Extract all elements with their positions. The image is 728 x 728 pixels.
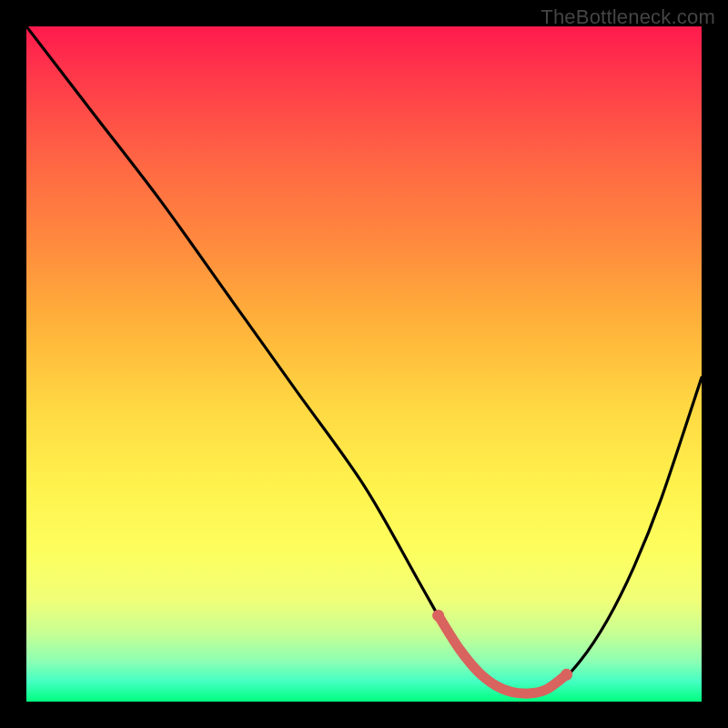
watermark-text: TheBottleneck.com <box>541 5 715 29</box>
svg-point-0 <box>432 610 444 622</box>
svg-point-1 <box>561 669 572 681</box>
optimal-range-band <box>26 26 702 702</box>
chart-frame: TheBottleneck.com <box>0 0 728 728</box>
plot-area <box>26 26 702 702</box>
